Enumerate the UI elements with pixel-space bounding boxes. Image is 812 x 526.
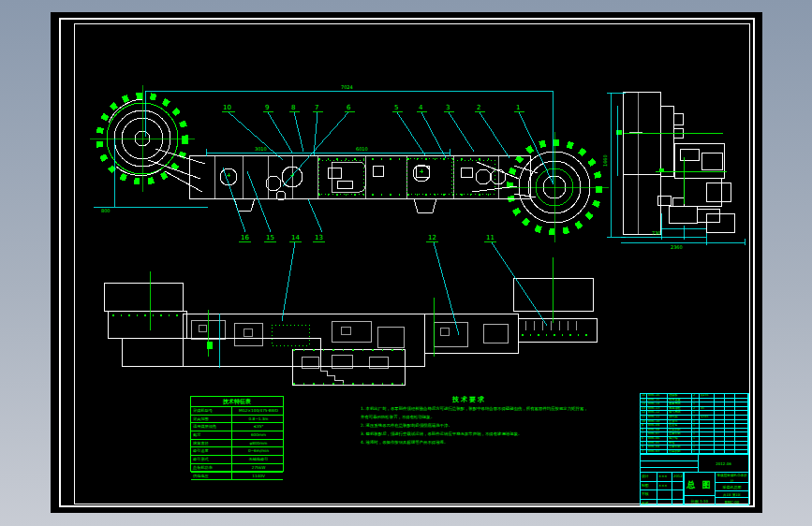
cad-viewport: 10 9 8 7 6 5 4 3 2 1 — [0, 0, 812, 526]
bom-seq: 13 — [641, 407, 647, 411]
bom-total-weight — [725, 450, 735, 454]
bom-qty: 2 — [692, 394, 700, 398]
bom-seq: 9 — [641, 424, 647, 428]
param-value: ≤35° — [232, 423, 283, 431]
bom-remark — [735, 407, 748, 411]
bom-qty: 1 — [692, 424, 700, 428]
bom-material — [700, 450, 715, 454]
callout-1: 1 — [516, 104, 520, 111]
tech-params-row: 适用煤层倾角 ≤35° — [191, 423, 283, 431]
tech-req-line: 2. 液压系统各元件在总装配前必须彻底清洗干净。 — [361, 421, 597, 430]
param-label: 采高范围 — [191, 416, 232, 423]
bom-name: 拖缆装置 — [668, 399, 692, 402]
dim-side-b1: 730 — [652, 230, 661, 236]
param-label: 牵引速度 — [191, 447, 232, 455]
dim-side-height: 1660 — [602, 154, 608, 167]
bom-remark — [735, 420, 748, 424]
bom-unit-weight — [715, 450, 725, 454]
param-value: MG2×100/475-BWD — [232, 407, 283, 415]
bom-name: 右截割部 — [668, 450, 692, 454]
bom-qty: 1 — [692, 429, 700, 432]
callout-7: 7 — [315, 104, 318, 111]
param-label: 牵引形式 — [191, 456, 232, 463]
bom-material: Q345 — [700, 416, 715, 419]
bom-seq: 8 — [641, 429, 647, 432]
signature-row: 制图 ××× — [641, 482, 684, 491]
callout-2: 2 — [477, 104, 480, 111]
bom-remark — [735, 402, 748, 406]
bom-total-weight — [725, 399, 735, 402]
bom-remark — [735, 446, 748, 449]
drawing-sheet: 10 9 8 7 6 5 4 3 2 1 — [51, 12, 762, 513]
bom-qty: 1 — [692, 402, 700, 406]
bom-seq: 5 — [641, 442, 647, 446]
bom-unit-weight — [715, 429, 725, 432]
sign-name: ××× — [657, 482, 672, 490]
bom-material: Q235 — [700, 394, 715, 398]
signature-rows: 设计 ××× 2012.6 制图 ××× 审核 — [641, 473, 684, 505]
param-label: 滚筒直径 — [191, 440, 232, 447]
tech-params-rows: 采煤机型号 MG2×100/475-BWD 采高范围 0.8~1.3m 适用煤层… — [191, 407, 283, 480]
dimension-labels: 7024 3010 6010 800 1660 730 2360 — [101, 84, 683, 250]
bom-total-weight — [725, 420, 735, 424]
bom-seq: 11 — [641, 416, 647, 419]
dim-drum-dia: 800 — [101, 208, 111, 213]
bom-material — [700, 411, 715, 415]
param-value: 275kW — [232, 464, 283, 472]
bom-code: BMC-13 — [647, 407, 668, 411]
tech-req-lines: 1. 本机出厂前，各零部件须经检验合格后方可进行总装配，装配中各结合面不得磕碰划… — [361, 404, 597, 446]
sign-name — [657, 500, 672, 505]
param-label: 供电电压 — [191, 473, 232, 480]
signature-row: 设计 ××× 2012.6 — [641, 473, 684, 482]
callout-14: 14 — [291, 234, 300, 241]
bom-name: 左滚筒 — [668, 420, 692, 424]
bom-code: BMC-09 — [647, 424, 668, 428]
tech-params-title: 技术特征表 — [191, 397, 283, 407]
tech-params-row: 采高范围 0.8~1.3m — [191, 416, 283, 424]
bom-qty: 1 — [692, 437, 700, 441]
param-value: φ800mm — [232, 440, 283, 447]
bom-remark — [735, 450, 748, 454]
bom-name: 左摇臂 — [668, 424, 692, 428]
callout-4: 4 — [419, 104, 423, 111]
param-label: 总装机功率 — [191, 464, 232, 472]
tech-params-row: 牵引形式 无链电牵引 — [191, 456, 283, 464]
bom-seq: 7 — [641, 432, 647, 436]
sign-date — [672, 490, 684, 499]
bom-material — [700, 437, 715, 441]
bom-seq: 12 — [641, 411, 647, 415]
bom-qty: 1 — [692, 420, 700, 424]
bom-name: 喷雾系统 — [668, 402, 692, 406]
bom-total-weight — [725, 442, 735, 446]
bom-name: 调高油缸 — [668, 407, 692, 411]
technical-requirements: 技术要求 1. 本机出厂前，各零部件须经检验合格后方可进行总装配，装配中各结合面… — [361, 395, 597, 446]
bom-unit-weight — [715, 446, 725, 449]
drawing-name: 总 图 — [687, 480, 712, 489]
signature-row: 批准 — [641, 500, 684, 505]
bom-unit-weight — [715, 420, 725, 424]
bom-seq: 3 — [641, 450, 647, 454]
bom-material — [700, 399, 715, 402]
callout-labels-top: 10 9 8 7 6 5 4 3 2 1 — [223, 104, 520, 111]
bom-qty: 1 — [692, 450, 700, 454]
param-value: 0.8~1.3m — [232, 416, 283, 423]
bom-material — [700, 402, 715, 406]
bom-unit-weight — [715, 399, 725, 402]
bom-name: 泵箱 — [668, 442, 692, 446]
signature-row: 审核 — [641, 490, 684, 500]
sign-role: 批准 — [641, 500, 657, 505]
bom-seq: 14 — [641, 402, 647, 406]
bom-name: 底托架 — [668, 416, 692, 419]
bom-total-weight — [725, 407, 735, 411]
sign-role: 制图 — [641, 482, 657, 490]
bom-total-weight — [725, 394, 735, 398]
sign-name — [657, 490, 672, 499]
bom-qty: 1 — [692, 446, 700, 449]
bom-unit-weight — [715, 407, 725, 411]
scale-label: 比例 — [691, 499, 699, 504]
param-value: 1140V — [232, 473, 283, 480]
bom-remark — [735, 429, 748, 432]
drawing-subtitle: 采煤机总图 — [723, 485, 742, 489]
callout-5: 5 — [394, 104, 398, 111]
param-label: 采煤机型号 — [191, 407, 232, 415]
